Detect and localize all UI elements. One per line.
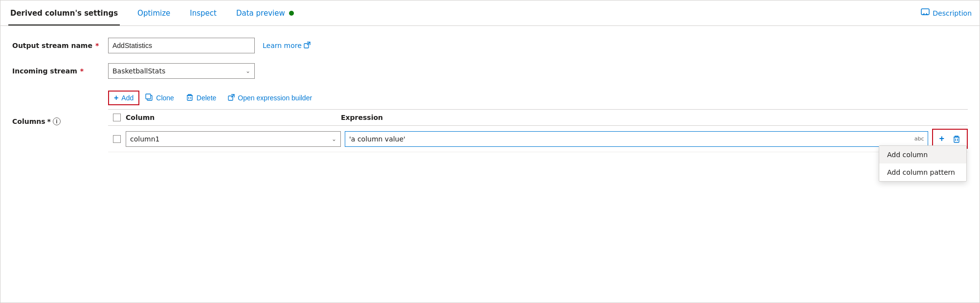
row-actions: + Add column Add colum — [932, 129, 968, 149]
table-row: column1 ⌄ 'a column value' abc + — [108, 126, 968, 152]
description-icon — [921, 8, 930, 18]
svg-rect-4 — [187, 95, 192, 100]
row-checkbox[interactable] — [113, 135, 121, 143]
table-header: Column Expression — [108, 109, 968, 126]
row-delete-button[interactable] — [950, 133, 963, 145]
column-chevron-icon: ⌄ — [332, 136, 336, 142]
columns-info-icon: i — [53, 117, 61, 125]
expression-type-badge: abc — [914, 136, 924, 142]
incoming-stream-row: Incoming stream * BasketballStats ⌄ — [12, 63, 968, 79]
columns-content: + Add Clone — [108, 89, 968, 152]
incoming-stream-label: Incoming stream * — [12, 67, 100, 75]
incoming-stream-select[interactable]: BasketballStats ⌄ — [108, 63, 255, 79]
svg-rect-6 — [954, 137, 959, 142]
output-stream-row: Output stream name * Learn more — [12, 38, 968, 53]
add-column-pattern-item[interactable]: Add column pattern — [879, 163, 966, 181]
tab-optimize[interactable]: Optimize — [135, 0, 172, 25]
svg-rect-3 — [146, 94, 151, 99]
learn-more-link[interactable]: Learn more — [263, 42, 311, 50]
expression-header: Expression — [341, 114, 968, 121]
columns-label: Columns * i — [12, 89, 100, 152]
svg-rect-0 — [921, 9, 929, 15]
row-checkbox-cell — [108, 135, 126, 143]
column-select[interactable]: column1 ⌄ — [126, 131, 341, 147]
tab-derived-settings[interactable]: Derived column's settings — [8, 0, 120, 25]
main-window: Derived column's settings Optimize Inspe… — [0, 0, 980, 303]
select-all-checkbox[interactable] — [113, 114, 121, 121]
description-button[interactable]: Description — [921, 8, 972, 18]
column-header: Column — [126, 114, 341, 121]
header-checkbox-cell — [108, 114, 126, 121]
tab-bar: Derived column's settings Optimize Inspe… — [0, 0, 980, 26]
content-area: Output stream name * Learn more Incoming… — [0, 26, 980, 164]
delete-icon — [186, 93, 194, 103]
external-link-icon — [304, 42, 311, 50]
add-button[interactable]: + Add — [108, 91, 139, 105]
expression-builder-button[interactable]: Open expression builder — [222, 92, 318, 105]
clone-button[interactable]: Clone — [139, 91, 180, 105]
columns-section: Columns * i + Add — [12, 89, 968, 152]
output-stream-input[interactable] — [108, 38, 255, 53]
add-dropdown-menu: Add column Add column pattern — [879, 145, 967, 182]
delete-button[interactable]: Delete — [180, 91, 222, 105]
clone-icon — [145, 93, 153, 103]
output-stream-label: Output stream name * — [12, 42, 100, 49]
expression-builder-icon — [228, 94, 235, 102]
chevron-down-icon: ⌄ — [245, 68, 250, 74]
plus-icon: + — [114, 93, 118, 102]
columns-toolbar: + Add Clone — [108, 89, 968, 109]
row-add-button[interactable]: + — [937, 132, 946, 146]
tab-inspect[interactable]: Inspect — [188, 0, 219, 25]
expression-input[interactable]: 'a column value' abc — [345, 131, 928, 147]
add-column-item[interactable]: Add column — [879, 146, 966, 163]
tab-data-preview[interactable]: Data preview — [234, 0, 296, 25]
data-preview-status-dot — [289, 11, 294, 16]
